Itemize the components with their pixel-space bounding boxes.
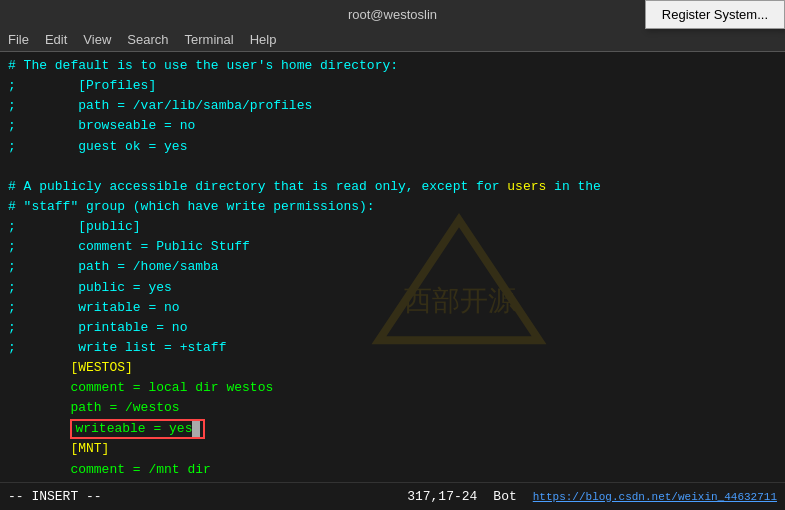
menu-help[interactable]: Help xyxy=(250,32,277,47)
scroll-position: Bot xyxy=(493,489,516,504)
csdn-url: https://blog.csdn.net/weixin_44632711 xyxy=(533,491,777,503)
menu-search[interactable]: Search xyxy=(127,32,168,47)
line-11: ; path = /home/samba xyxy=(8,257,777,277)
line-21: comment = /mnt dir xyxy=(8,460,777,480)
line-8: # "staff" group (which have write permis… xyxy=(8,197,777,217)
line-10: ; comment = Public Stuff xyxy=(8,237,777,257)
cursor-position: 317,17-24 xyxy=(407,489,477,504)
line-7: # A publicly accessible directory that i… xyxy=(8,177,777,197)
line-18: path = /westos xyxy=(8,398,777,418)
status-right: 317,17-24 Bot https://blog.csdn.net/weix… xyxy=(407,489,777,504)
register-dropdown[interactable]: Register System... xyxy=(645,0,785,29)
menu-view[interactable]: View xyxy=(83,32,111,47)
menu-bar: File Edit View Search Terminal Help xyxy=(0,28,785,52)
line-13: ; writable = no xyxy=(8,298,777,318)
line-19-highlighted: writeable = yes xyxy=(8,419,777,440)
line-16: [WESTOS] xyxy=(8,358,777,378)
status-bar: -- INSERT -- 317,17-24 Bot https://blog.… xyxy=(0,482,785,510)
title-text: root@westoslin xyxy=(348,7,437,22)
line-3: ; path = /var/lib/samba/profiles xyxy=(8,96,777,116)
line-4: ; browseable = no xyxy=(8,116,777,136)
line-2: ; [Profiles] xyxy=(8,76,777,96)
title-bar: root@westoslin Register System... xyxy=(0,0,785,28)
line-5: ; guest ok = yes xyxy=(8,137,777,157)
menu-terminal[interactable]: Terminal xyxy=(185,32,234,47)
menu-file[interactable]: File xyxy=(8,32,29,47)
line-15: ; write list = +staff xyxy=(8,338,777,358)
menu-edit[interactable]: Edit xyxy=(45,32,67,47)
line-17: comment = local dir westos xyxy=(8,378,777,398)
insert-mode: -- INSERT -- xyxy=(8,489,102,504)
line-6 xyxy=(8,157,777,177)
line-1: # The default is to use the user's home … xyxy=(8,56,777,76)
line-12: ; public = yes xyxy=(8,278,777,298)
line-20: [MNT] xyxy=(8,439,777,459)
register-label: Register System... xyxy=(662,7,768,22)
line-14: ; printable = no xyxy=(8,318,777,338)
editor[interactable]: 西部开源 # The default is to use the user's … xyxy=(0,52,785,482)
line-9: ; [public] xyxy=(8,217,777,237)
